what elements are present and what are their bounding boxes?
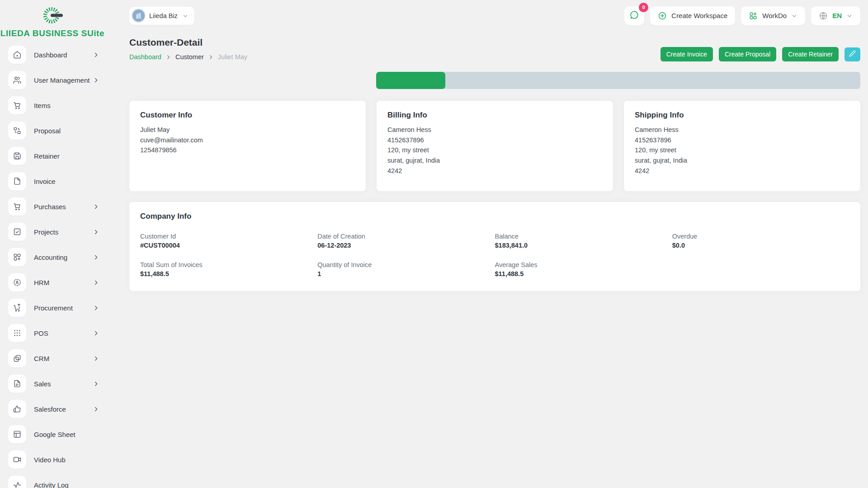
workdo-menu-button[interactable]: WorkDo — [741, 6, 805, 25]
sidebar-item-activity-log[interactable]: Activity Log — [8, 476, 99, 488]
brand-logo[interactable]: LIIEDA BUSINESS SUite — [0, 4, 105, 38]
billing-info-line-1: 4152637896 — [387, 136, 602, 144]
edit-customer-button[interactable] — [844, 47, 860, 61]
home-icon — [8, 46, 26, 64]
customer-info-line-0: Juliet May — [140, 126, 355, 134]
sidebar-item-procurement[interactable]: Procurement — [8, 299, 99, 317]
chevron-down-icon — [791, 13, 797, 19]
sidebar-item-accounting[interactable]: Accounting — [8, 248, 99, 266]
tab-revenue[interactable] — [653, 72, 722, 89]
cart-icon — [8, 96, 26, 114]
tab-details[interactable] — [376, 72, 445, 89]
grid-plus-icon — [749, 11, 758, 20]
grid-plus-icon — [8, 248, 26, 266]
detail-tabs — [376, 72, 860, 89]
sidebar-item-pos[interactable]: POS — [8, 324, 99, 342]
chevron-right-icon — [93, 305, 99, 311]
tab-retainer[interactable] — [584, 72, 653, 89]
video-icon — [8, 450, 26, 469]
sidebar-item-proposal[interactable]: Proposal — [8, 122, 99, 140]
field-customer-id: Customer Id #CUST00004 — [140, 233, 317, 249]
customer-info-card: Customer Info Juliet Maycuve@mailinator.… — [129, 101, 366, 191]
chevron-right-icon — [93, 77, 99, 84]
workspace-selector[interactable]: Liieda Biz — [129, 7, 194, 25]
chevron-right-icon — [165, 54, 171, 60]
company-info-card: Company Info Customer Id #CUST00004 Date… — [129, 202, 860, 291]
field-total-sum-of-invoices: Total Sum of Invoices $11,488.5 — [140, 261, 317, 277]
check-square-icon — [8, 223, 26, 241]
sidebar-item-sales[interactable]: Sales — [8, 375, 99, 393]
app-window: LIIEDA BUSINESS SUite Dashboard User Man… — [0, 0, 868, 488]
sidebar-item-crm[interactable]: CRM — [8, 349, 99, 367]
sidebar-item-user-management[interactable]: User Management — [8, 71, 99, 89]
brand-spinner-icon — [40, 5, 65, 28]
billing-info-line-2: 120, my street — [387, 146, 602, 154]
activity-icon — [8, 476, 26, 488]
breadcrumb-dashboard-link[interactable]: Dashboard — [129, 53, 161, 61]
cart-arrow-icon — [8, 299, 26, 317]
breadcrumb-current: Juliet May — [218, 53, 247, 61]
sidebar-item-dashboard[interactable]: Dashboard — [8, 46, 99, 64]
chevron-right-icon — [93, 330, 99, 337]
shipping-info-line-1: 4152637896 — [635, 136, 849, 144]
field-quantity-of-invoice: Quantity of Invoice 1 — [317, 261, 495, 277]
tab-statement[interactable] — [791, 72, 860, 89]
plus-circle-icon — [658, 11, 667, 20]
dots-grid-icon — [8, 324, 26, 342]
save-icon — [8, 147, 26, 165]
tab-project[interactable] — [722, 72, 791, 89]
shipping-info-line-2: 120, my street — [635, 146, 849, 154]
brand-name: LIIEDA BUSINESS SUite — [0, 28, 104, 38]
breadcrumb-customer-link[interactable]: Customer — [175, 53, 204, 61]
tab-proposals[interactable] — [445, 72, 514, 89]
create-workspace-label: Create Workspace — [671, 12, 727, 19]
sidebar-item-salesforce[interactable]: Salesforce — [8, 400, 99, 418]
create-workspace-button[interactable]: Create Workspace — [650, 6, 735, 25]
sidebar-item-google-sheet[interactable]: Google Sheet — [8, 425, 99, 443]
field-overdue: Overdue $0.0 — [672, 233, 849, 249]
language-selector[interactable]: EN — [811, 6, 860, 25]
info-cards-row: Customer Info Juliet Maycuve@mailinator.… — [129, 101, 860, 191]
messages-button[interactable]: 0 — [624, 6, 644, 25]
page-header-left: Customer-Detail Dashboard Customer Julie… — [129, 37, 247, 61]
field-average-sales: Average Sales $11,488.5 — [495, 261, 672, 277]
chat-icon — [629, 10, 639, 22]
sidebar-item-projects[interactable]: Projects — [8, 223, 99, 241]
card-title: Shipping Info — [635, 111, 849, 120]
page-actions: Create Invoice Create Proposal Create Re… — [660, 47, 860, 61]
billing-info-line-3: surat, gujrat, India — [387, 156, 602, 164]
thumbs-up-icon — [8, 400, 26, 418]
shipping-info-card: Shipping Info Cameron Hess4152637896120,… — [624, 101, 860, 191]
chevron-right-icon — [93, 52, 99, 58]
workspace-avatar — [132, 9, 145, 22]
customer-info-line-1: cuve@mailinator.com — [140, 136, 355, 144]
shipping-info-line-4: 4242 — [635, 167, 849, 175]
sidebar-item-invoice[interactable]: Invoice — [8, 172, 99, 190]
proposal-icon — [8, 122, 26, 140]
sidebar-item-items[interactable]: Items — [8, 96, 99, 114]
billing-info-line-0: Cameron Hess — [387, 126, 602, 134]
shipping-info-line-0: Cameron Hess — [635, 126, 849, 134]
tab-invoices[interactable] — [514, 72, 584, 89]
create-retainer-button[interactable]: Create Retainer — [782, 47, 839, 61]
sidebar: LIIEDA BUSINESS SUite Dashboard User Man… — [0, 0, 105, 488]
create-proposal-button[interactable]: Create Proposal — [719, 47, 776, 61]
field-date-of-creation: Date of Creation 06-12-2023 — [317, 233, 495, 249]
tabs-row — [129, 72, 860, 89]
squares-icon — [8, 349, 26, 367]
sidebar-item-hrm[interactable]: HRM — [8, 273, 99, 291]
page-header: Customer-Detail Dashboard Customer Julie… — [129, 37, 860, 61]
pencil-icon — [849, 50, 856, 58]
sidebar-item-retainer[interactable]: Retainer — [8, 147, 99, 165]
sidebar-item-video-hub[interactable]: Video Hub — [8, 450, 99, 469]
sidebar-item-purchases[interactable]: Purchases — [8, 197, 99, 216]
workspace-name: Liieda Biz — [149, 12, 178, 19]
cart-icon — [8, 197, 26, 216]
table-icon — [8, 425, 26, 443]
workdo-label: WorkDo — [762, 12, 787, 19]
topbar-actions: 0 Create Workspace WorkDo — [624, 6, 860, 25]
billing-info-line-4: 4242 — [387, 167, 602, 175]
chevron-right-icon — [93, 203, 99, 210]
topbar: Liieda Biz 0 — [129, 0, 860, 27]
create-invoice-button[interactable]: Create Invoice — [660, 47, 713, 61]
